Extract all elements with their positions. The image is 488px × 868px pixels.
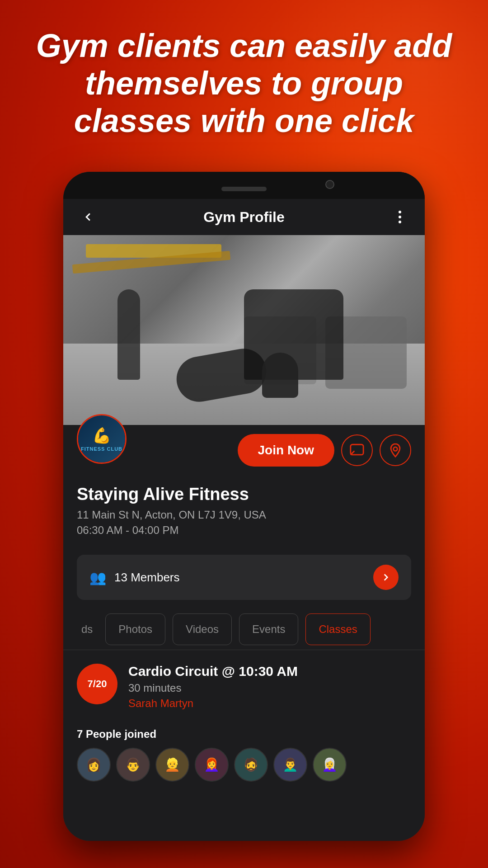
dot3 <box>399 221 401 223</box>
location-icon <box>388 443 403 458</box>
tab-photos[interactable]: Photos <box>105 613 165 645</box>
dot1 <box>399 211 401 213</box>
profile-section: 💪 FITNESS CLUB Join Now <box>63 425 425 485</box>
gym-name: Staying Alive Fitness <box>77 485 411 504</box>
profile-row: 💪 FITNESS CLUB Join Now <box>77 425 411 476</box>
message-button[interactable] <box>341 434 373 466</box>
class-capacity-badge: 7/20 <box>77 664 117 704</box>
kettlebell <box>262 353 298 398</box>
phone-screen: Gym Profile <box>63 199 425 841</box>
headline-text: Gym clients can easily add themselves to… <box>27 27 461 139</box>
app-bar-title: Gym Profile <box>203 209 285 226</box>
phone-camera <box>325 180 334 189</box>
avatar-5: 🧔 <box>234 748 268 782</box>
tab-classes[interactable]: Classes <box>305 613 370 645</box>
back-button[interactable] <box>77 206 99 228</box>
phone-mockup: Gym Profile <box>63 172 425 841</box>
back-icon <box>81 210 95 224</box>
members-left: 👥 13 Members <box>89 570 180 585</box>
person-silhouette-1 <box>117 289 140 380</box>
profile-actions: Join Now <box>136 434 411 467</box>
gym-avatar: 💪 FITNESS CLUB <box>77 414 127 464</box>
location-button[interactable] <box>380 434 411 466</box>
tab-events[interactable]: Events <box>239 613 298 645</box>
more-options-button[interactable] <box>389 206 411 228</box>
class-trainer: Sarah Martyn <box>128 697 411 710</box>
joined-avatars-row: 👩 👨 👱 👩‍🦰 🧔 👨‍🦱 👩‍🦳 <box>63 748 425 795</box>
headline-section: Gym clients can easily add themselves to… <box>0 27 488 139</box>
class-header: 7/20 Cardio Circuit @ 10:30 AM 30 minute… <box>77 664 411 710</box>
class-title: Cardio Circuit @ 10:30 AM <box>128 664 411 679</box>
gym-address: 11 Main St N, Acton, ON L7J 1V9, USA <box>77 509 411 521</box>
join-now-button[interactable]: Join Now <box>238 434 334 467</box>
avatar-3: 👱 <box>155 748 189 782</box>
tab-videos[interactable]: Videos <box>173 613 232 645</box>
avatar-6: 👨‍🦱 <box>273 748 307 782</box>
message-icon <box>349 443 365 458</box>
people-count: 7 People joined <box>77 728 156 740</box>
avatar-inner: 💪 FITNESS CLUB <box>78 415 125 462</box>
class-duration: 30 minutes <box>128 682 411 694</box>
svg-point-2 <box>394 447 398 451</box>
avatar-1: 👩 <box>77 748 111 782</box>
tabs-bar: ds Photos Videos Events Classes <box>63 609 425 650</box>
arrow-right-icon <box>380 571 392 583</box>
avatar-7: 👩‍🦳 <box>313 748 347 782</box>
phone-notch <box>63 172 425 199</box>
dot2 <box>399 216 401 218</box>
gym-cover-image <box>63 235 425 425</box>
phone-speaker <box>221 187 267 191</box>
avatar-2: 👨 <box>116 748 150 782</box>
avatar-label: FITNESS CLUB <box>81 446 122 452</box>
class-info: Cardio Circuit @ 10:30 AM 30 minutes Sar… <box>128 664 411 710</box>
app-bar: Gym Profile <box>63 199 425 235</box>
members-arrow-button[interactable] <box>373 565 399 590</box>
members-count: 13 Members <box>114 571 180 585</box>
members-icon: 👥 <box>89 570 106 585</box>
tab-partial[interactable]: ds <box>72 614 102 645</box>
people-joined-label: 7 People joined <box>63 719 425 748</box>
gym-info-section: Staying Alive Fitness 11 Main St N, Acto… <box>63 485 425 546</box>
gym-image-content <box>63 235 425 425</box>
avatar-4: 👩‍🦰 <box>195 748 229 782</box>
members-row[interactable]: 👥 13 Members <box>77 555 411 600</box>
class-badge-text: 7/20 <box>88 679 107 689</box>
gym-hours: 06:30 AM - 04:00 PM <box>77 524 411 537</box>
class-card: 7/20 Cardio Circuit @ 10:30 AM 30 minute… <box>63 650 425 719</box>
